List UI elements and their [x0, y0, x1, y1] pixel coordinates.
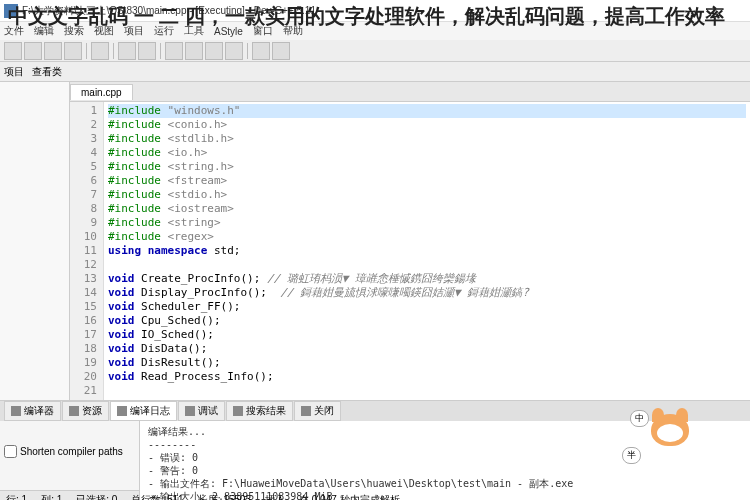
status-parse: 在 0.047 秒内完成解析	[299, 493, 400, 501]
main-area: main.cpp 1234567891011121314151617181920…	[0, 82, 750, 400]
undo-button[interactable]	[118, 42, 136, 60]
shorten-paths-input[interactable]	[4, 445, 17, 458]
project-panel[interactable]	[0, 82, 70, 400]
line-gutter: 123456789101112131415161718192021	[70, 102, 104, 400]
print-button[interactable]	[91, 42, 109, 60]
tab-compiler[interactable]: 编译器	[4, 401, 61, 421]
tab-resources[interactable]: 资源	[62, 401, 109, 421]
menu-astyle[interactable]: AStyle	[214, 26, 243, 37]
editor-wrap: main.cpp 1234567891011121314151617181920…	[70, 82, 750, 400]
close-icon	[301, 406, 311, 416]
menu-bar: 文件 编辑 搜索 视图 项目 运行 工具 AStyle 窗口 帮助	[0, 22, 750, 40]
editor-tab[interactable]: main.cpp	[70, 84, 133, 100]
mascot-bubble-2: 半	[622, 447, 641, 464]
rebuild-button[interactable]	[225, 42, 243, 60]
log-icon	[117, 406, 127, 416]
status-col: 列: 1	[41, 493, 62, 501]
debug-icon	[185, 406, 195, 416]
menu-run[interactable]: 运行	[154, 24, 174, 38]
status-length: 长度: 15503	[198, 493, 251, 501]
run-button[interactable]	[185, 42, 203, 60]
tab-debug[interactable]: 调试	[178, 401, 225, 421]
new-file-button[interactable]	[4, 42, 22, 60]
redo-button[interactable]	[138, 42, 156, 60]
menu-file[interactable]: 文件	[4, 24, 24, 38]
menu-help[interactable]: 帮助	[283, 24, 303, 38]
window-titlebar: F:\大学资料\大三上\OS\830\main.cpp - [Executing…	[0, 0, 750, 22]
code-editor[interactable]: 123456789101112131415161718192021 #inclu…	[70, 102, 750, 400]
compile-run-button[interactable]	[205, 42, 223, 60]
status-selection: 已选择: 0	[76, 493, 117, 501]
save-button[interactable]	[44, 42, 62, 60]
menu-edit[interactable]: 编辑	[34, 24, 54, 38]
code-content[interactable]: #include "windows.h"#include <conio.h>#i…	[104, 102, 750, 400]
resource-icon	[69, 406, 79, 416]
shorten-paths-checkbox[interactable]: Shorten compiler paths	[4, 445, 135, 458]
open-button[interactable]	[24, 42, 42, 60]
status-insert: 插入	[265, 493, 285, 501]
status-line: 行: 1	[6, 493, 27, 501]
mascot-bubble-1: 中	[630, 410, 649, 427]
menu-tools[interactable]: 工具	[184, 24, 204, 38]
secondary-toolbar: 项目 查看类	[0, 62, 750, 82]
menu-search[interactable]: 搜索	[64, 24, 84, 38]
main-toolbar	[0, 40, 750, 62]
compile-button[interactable]	[165, 42, 183, 60]
stop-button[interactable]	[272, 42, 290, 60]
tab-compile-log[interactable]: 编译日志	[110, 401, 177, 421]
class-view-label[interactable]: 查看类	[32, 65, 62, 79]
tab-close[interactable]: 关闭	[294, 401, 341, 421]
menu-project[interactable]: 项目	[124, 24, 144, 38]
tab-search-results[interactable]: 搜索结果	[226, 401, 293, 421]
window-title: F:\大学资料\大三上\OS\830\main.cpp - [Executing…	[22, 4, 316, 18]
debug-button[interactable]	[252, 42, 270, 60]
menu-view[interactable]: 视图	[94, 24, 114, 38]
project-label[interactable]: 项目	[4, 65, 24, 79]
editor-tab-bar: main.cpp	[70, 82, 750, 102]
output-options: Shorten compiler paths	[0, 421, 140, 500]
mascot-character: 中 半	[640, 410, 700, 460]
compiler-icon	[11, 406, 21, 416]
app-icon	[4, 4, 18, 18]
menu-window[interactable]: 窗口	[253, 24, 273, 38]
status-total-lines: 总行数: 511	[131, 493, 183, 501]
save-all-button[interactable]	[64, 42, 82, 60]
search-icon	[233, 406, 243, 416]
